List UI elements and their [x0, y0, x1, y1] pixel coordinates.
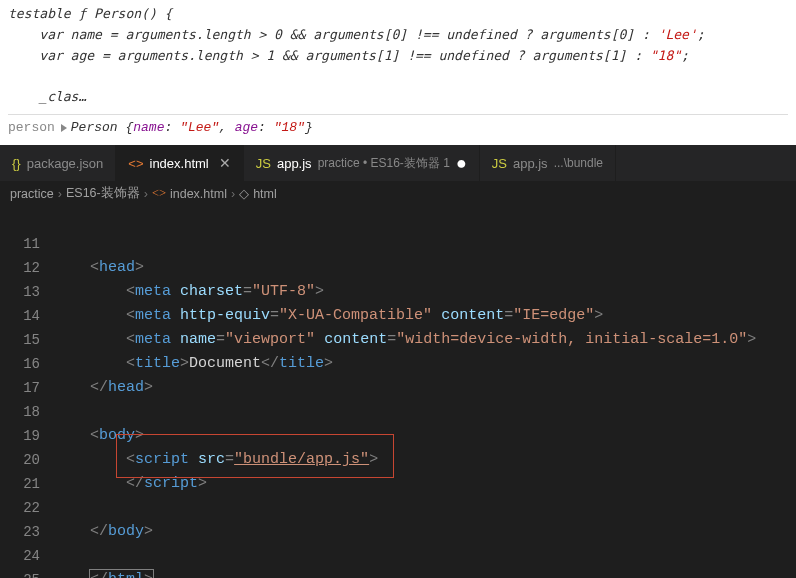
chevron-right-icon: › [231, 187, 235, 201]
tab-package-json[interactable]: {} package.json [0, 145, 116, 181]
line-number-gutter: 11 12 13 14 15 16 17 18 19 20 21 22 23 2… [0, 206, 54, 578]
console-object-row[interactable]: person Person {name: "Lee", age: "18"} [8, 114, 788, 139]
tab-app-js-1[interactable]: JS app.js practice • ES16-装饰器 1 ● [244, 145, 480, 181]
tab-index-html[interactable]: <> index.html ✕ [116, 145, 243, 181]
breadcrumb[interactable]: practice › ES16-装饰器 › <> index.html › ◇ … [0, 181, 796, 206]
tab-label: app.js [513, 156, 548, 171]
console-line: var name = arguments.length > 0 && argum… [8, 25, 788, 46]
html-icon: <> [152, 186, 166, 201]
html-icon: <> [128, 156, 143, 171]
console-line: var age = arguments.length > 1 && argume… [8, 46, 788, 67]
breadcrumb-item[interactable]: html [253, 187, 277, 201]
tab-label: index.html [150, 156, 209, 171]
object-value: Person {name: "Lee", age: "18"} [71, 118, 313, 139]
symbol-icon: ◇ [239, 186, 249, 202]
tab-sublabel: ...\bundle [554, 156, 603, 170]
breadcrumb-item[interactable]: ES16-装饰器 [66, 185, 140, 202]
console-line: testable ƒ Person() { [8, 4, 788, 25]
console-pane: testable ƒ Person() { var name = argumen… [0, 0, 796, 145]
console-line [8, 66, 788, 87]
js-icon: JS [492, 156, 507, 171]
code-editor[interactable]: 11 12 13 14 15 16 17 18 19 20 21 22 23 2… [0, 206, 796, 578]
chevron-right-icon: › [58, 187, 62, 201]
breadcrumb-item[interactable]: practice [10, 187, 54, 201]
close-icon[interactable]: ✕ [219, 155, 231, 171]
code-content[interactable]: <head> <meta charset="UTF-8"> <meta http… [54, 206, 796, 578]
tabs-bar: {} package.json <> index.html ✕ JS app.j… [0, 145, 796, 181]
tab-sublabel: practice • ES16-装饰器 1 [318, 155, 450, 172]
tab-label: app.js [277, 156, 312, 171]
expand-icon[interactable] [61, 124, 67, 132]
chevron-right-icon: › [144, 187, 148, 201]
js-icon: JS [256, 156, 271, 171]
tab-app-js-2[interactable]: JS app.js ...\bundle [480, 145, 616, 181]
console-line: _clas… [8, 87, 788, 108]
tab-label: package.json [27, 156, 104, 171]
breadcrumb-item[interactable]: index.html [170, 187, 227, 201]
json-icon: {} [12, 156, 21, 171]
object-label: person [8, 118, 55, 139]
